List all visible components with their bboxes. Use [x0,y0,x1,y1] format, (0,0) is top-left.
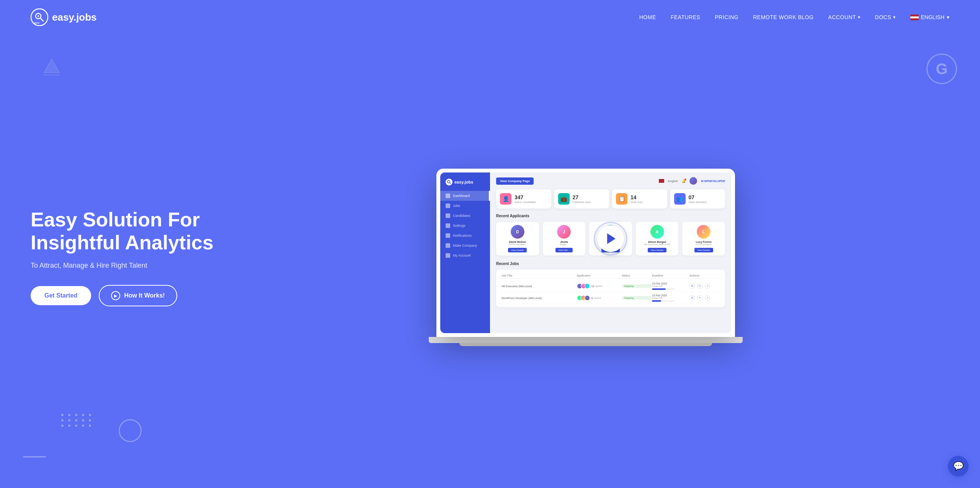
laptop-screen: easy.jobs Dashboard Jobs Candidates [436,169,735,337]
sidebar-item-settings[interactable]: Settings [440,221,490,231]
candidates-stat-icon: 👤 [500,193,511,205]
dashboard-brand-name: easy.jobs [454,180,473,184]
settings-icon [446,223,450,228]
stat-card-team: 👥 07 Team Members [670,189,725,208]
wp-developer-logo: W WPDEVELOPER [701,180,725,182]
nav-home[interactable]: HOME [639,14,656,20]
svg-line-2 [40,18,43,21]
table-row: WordPress Developer (Mid-Level) 9 applie… [499,292,722,304]
team-label: Team Members [689,201,707,203]
candidates-count: 347 [514,195,536,200]
chevron-down-icon: ▾ [947,14,949,20]
sidebar-item-dashboard[interactable]: Dashboard [440,191,490,201]
laptop-mockup: easy.jobs Dashboard Jobs Candidates [436,169,735,346]
dashboard-header: View Company Page English 🔔 W WPDEVELOPE… [496,177,725,185]
dashboard-icon [446,194,450,198]
play-button[interactable] [597,225,624,252]
view-details-btn-1[interactable]: View Det... [555,248,573,252]
sidebar-item-candidates[interactable]: Candidates [440,211,490,221]
nav-features[interactable]: FEATURES [671,14,701,20]
flag-icon [910,15,919,20]
language-selector[interactable]: ENGLISH ▾ [910,14,949,20]
hero-buttons: Get Started ▶ How It Works! [31,285,222,306]
applicant-card-1: J Jinefa Digital... View Det... [543,222,586,255]
dash-flag-icon [659,179,664,183]
chat-bubble-button[interactable]: 💬 [948,456,969,477]
published-count: 27 [573,195,591,200]
svg-line-10 [450,183,451,184]
edit-action-icon[interactable]: ✎ [697,283,702,289]
progress-bar-0 [652,288,675,290]
sidebar-item-notifications[interactable]: Notifications [440,231,490,241]
candidates-icon [446,213,450,218]
recent-jobs-title: Recent Jobs [496,262,725,266]
share-action-icon[interactable]: ↗ [705,283,710,289]
view-details-btn-0[interactable]: View Details [508,248,527,252]
notifications-icon [446,233,450,238]
get-started-button[interactable]: Get Started [31,286,91,305]
sidebar-item-make-company[interactable]: Make Company [440,241,490,251]
svg-marker-7 [44,59,59,73]
dash-language: English [668,179,678,183]
nav-account[interactable]: ACCOUNT [828,14,860,20]
applicants-row: D David McDon UX/UI Designer View Detail… [496,222,725,255]
action-icons-1: ⚙ ✎ ↗ [689,295,720,301]
recent-applicants-title: Recent Applicants [496,214,725,218]
published-stat-icon: 💼 [558,193,570,205]
brand-logo[interactable]: easy.jobs [31,8,97,26]
dashboard-preview: easy.jobs Dashboard Jobs Candidates [440,172,731,333]
action-icons-0: ⚙ ✎ ↗ [689,283,720,289]
laptop-foot [459,343,712,346]
applicant-card-4: L Lucy Forzen UX/UI Designer View Detail… [682,222,725,255]
draft-stat-icon: 📋 [616,193,627,205]
svg-point-9 [448,181,450,183]
view-company-button[interactable]: View Company Page [496,177,534,185]
table-row: HR Executive (Mid-Level) 10 applied [499,280,722,292]
applicant-avatar-0: D [511,225,524,239]
applicant-card-3: A Alison Burgas HR Executive (Mid-Level)… [636,222,679,255]
brand-name: easy.jobs [52,11,97,23]
deco-g-icon: G [926,54,957,84]
hero-headline: Easy Solution For Insightful Analytics [31,208,222,254]
jobs-table: Job Title Applicants Status Deadline Act… [496,270,725,307]
sidebar-item-my-account[interactable]: My Account [440,251,490,260]
navbar: easy.jobs HOME FEATURES PRICING REMOTE W… [0,0,980,34]
company-icon [446,243,450,248]
view-action-icon[interactable]: ⚙ [689,283,695,289]
applicant-faces-row-0: 10 applied [577,283,622,289]
dashboard-logo-icon [446,179,452,185]
applicant-card-0: D David McDon UX/UI Designer View Detail… [496,222,539,255]
team-stat-icon: 👥 [674,193,686,205]
hero-illustration: easy.jobs Dashboard Jobs Candidates [222,169,949,346]
stats-row: 👤 347 Active Candidates 💼 27 [496,189,725,208]
laptop-base [429,337,743,343]
user-avatar-small[interactable] [689,177,697,185]
nav-pricing[interactable]: PRICING [715,14,738,20]
dashboard-sidebar: easy.jobs Dashboard Jobs Candidates [440,172,490,333]
deco-triangle [42,57,61,78]
sidebar-item-jobs[interactable]: Jobs [440,201,490,211]
view-details-btn-3[interactable]: View Details [648,248,666,252]
language-label: ENGLISH [921,14,944,20]
notification-bell[interactable]: 🔔 [682,179,686,183]
share-action-icon-1[interactable]: ↗ [705,295,710,301]
how-it-works-button[interactable]: ▶ How It Works! [99,285,177,306]
progress-bar-1 [652,300,675,302]
hero-content: Easy Solution For Insightful Analytics T… [31,208,222,307]
draft-label: Draft Jobs [630,201,643,203]
svg-point-0 [31,9,48,26]
nav-docs[interactable]: DOCS [875,14,896,20]
view-action-icon-1[interactable]: ⚙ [689,295,695,301]
deco-circle [119,419,142,442]
notification-dot [684,179,686,181]
applicant-avatar-1: J [557,225,571,239]
svg-point-3 [38,15,39,17]
stat-card-candidates: 👤 347 Active Candidates [496,189,551,208]
deco-line [23,456,46,457]
progress-fill-0 [652,288,666,290]
svg-point-5 [37,23,38,24]
edit-action-icon-1[interactable]: ✎ [697,295,702,301]
deco-dots [61,414,93,427]
view-details-btn-4[interactable]: View Details [694,248,713,252]
nav-blog[interactable]: REMOTE WORK BLOG [753,14,813,20]
